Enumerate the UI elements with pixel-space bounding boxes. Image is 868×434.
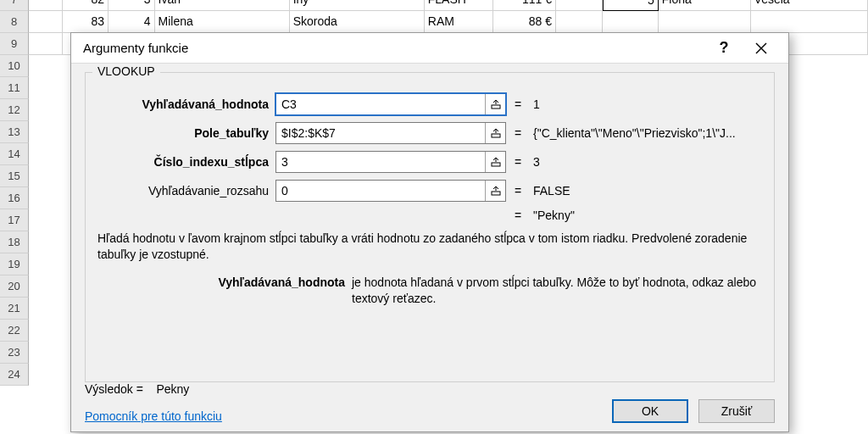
cell[interactable]: [751, 11, 868, 33]
cell[interactable]: Vesela: [751, 0, 868, 11]
function-description: Hľadá hodnotu v ľavom krajnom stĺpci tab…: [97, 231, 762, 263]
cell[interactable]: 82: [63, 0, 108, 11]
equals-sign: =: [506, 209, 530, 222]
row-header[interactable]: 8: [0, 11, 29, 33]
range-select-button[interactable]: [485, 152, 505, 172]
arg-input-wrap: [275, 180, 506, 202]
dialog-buttons: OK Zrušiť: [612, 399, 775, 423]
range-select-icon: [491, 157, 501, 167]
row-header[interactable]: 14: [0, 143, 29, 165]
group-title: VLOOKUP: [92, 64, 160, 78]
lookup-value-input[interactable]: [276, 94, 485, 114]
svg-rect-3: [492, 134, 500, 137]
arg-row-col-index: Číslo_indexu_stĺpca = 3: [97, 151, 762, 173]
row-header[interactable]: 13: [0, 121, 29, 143]
cell[interactable]: [29, 33, 63, 55]
range-select-button[interactable]: [485, 181, 505, 201]
row-headers: 7 8 9 10 11 12 13 14 15 16 17 18 19 20 2…: [0, 0, 29, 386]
arg-result: 1: [530, 97, 762, 111]
cell[interactable]: [659, 11, 751, 33]
help-button[interactable]: ?: [705, 35, 743, 62]
help-link[interactable]: Pomocník pre túto funkciu: [85, 409, 222, 423]
cell[interactable]: 111 €: [493, 0, 556, 11]
svg-rect-4: [492, 163, 500, 166]
param-help-text: je hodnota hľadaná v prvom stĺpci tabuľk…: [352, 275, 762, 307]
cell[interactable]: Milena: [155, 11, 290, 33]
close-button[interactable]: [743, 35, 780, 62]
dialog-title: Argumenty funkcie: [83, 41, 705, 55]
range-lookup-input[interactable]: [276, 181, 485, 201]
arg-result: 3: [530, 155, 762, 169]
arg-row-lookup-value: Vyhľadávaná_hodnota = 1: [97, 93, 762, 115]
cell[interactable]: Fiona: [659, 0, 751, 11]
function-arguments-dialog: Argumenty funkcie ? VLOOKUP Vyhľadávaná_…: [70, 32, 789, 432]
final-result: "Pekny": [530, 209, 762, 222]
arg-result: {"C_klienta"\"Meno"\"Priezvisko";1\"J...: [530, 126, 762, 140]
cell[interactable]: FLASH: [425, 0, 493, 11]
svg-rect-5: [492, 192, 500, 195]
row-header[interactable]: 24: [0, 364, 29, 386]
arg-input-wrap: [275, 93, 506, 115]
help-icon: ?: [720, 39, 729, 57]
row-header[interactable]: 19: [0, 253, 29, 275]
range-select-icon: [491, 128, 501, 138]
equals-sign: =: [506, 126, 530, 140]
row-header[interactable]: 22: [0, 320, 29, 342]
arg-label: Pole_tabuľky: [97, 126, 275, 140]
formula-result: Výsledok = Pekny: [85, 382, 189, 396]
parameter-help: Vyhľadávaná_hodnota je hodnota hľadaná v…: [97, 275, 762, 307]
table-array-input[interactable]: [276, 123, 485, 143]
cancel-button[interactable]: Zrušiť: [698, 399, 775, 423]
cell[interactable]: 83: [63, 11, 108, 33]
titlebar[interactable]: Argumenty funkcie ?: [71, 33, 788, 64]
row-header[interactable]: 15: [0, 165, 29, 187]
svg-rect-2: [492, 105, 500, 108]
ok-button[interactable]: OK: [612, 399, 688, 423]
range-select-button[interactable]: [485, 94, 505, 114]
param-help-label: Vyhľadávaná_hodnota: [97, 275, 352, 307]
row-header[interactable]: 20: [0, 275, 29, 298]
arg-input-wrap: [275, 151, 506, 173]
row-header[interactable]: 10: [0, 55, 29, 77]
row-header[interactable]: 23: [0, 342, 29, 364]
cell[interactable]: Iny: [290, 0, 425, 11]
dialog-body: VLOOKUP Vyhľadávaná_hodnota = 1 Pole_tab…: [71, 64, 788, 431]
close-icon: [755, 42, 767, 54]
row-header[interactable]: 11: [0, 77, 29, 99]
cell[interactable]: [29, 0, 63, 11]
row-header[interactable]: 16: [0, 187, 29, 209]
row-header[interactable]: 12: [0, 99, 29, 121]
formula-result-label: Výsledok =: [85, 382, 143, 396]
cell[interactable]: RAM: [425, 11, 493, 33]
cell[interactable]: [556, 0, 602, 11]
cell[interactable]: 5: [603, 0, 659, 11]
cell[interactable]: Skoroda: [290, 11, 425, 33]
row-header[interactable]: 18: [0, 231, 29, 253]
arg-label: Vyhľadávanie_rozsahu: [97, 184, 275, 198]
row-header[interactable]: 9: [0, 33, 29, 55]
arg-row-range-lookup: Vyhľadávanie_rozsahu = FALSE: [97, 180, 762, 202]
cell[interactable]: 88 €: [493, 11, 556, 33]
cell[interactable]: Ivan: [155, 0, 290, 11]
row-header[interactable]: 17: [0, 209, 29, 231]
row-header[interactable]: 21: [0, 298, 29, 320]
cell[interactable]: 3: [108, 0, 154, 11]
arg-result: FALSE: [530, 184, 762, 198]
cell[interactable]: 4: [108, 11, 154, 33]
arg-label: Číslo_indexu_stĺpca: [97, 155, 275, 169]
row-header[interactable]: 7: [0, 0, 29, 11]
range-select-icon: [491, 186, 501, 196]
arg-input-wrap: [275, 122, 506, 144]
arg-row-table-array: Pole_tabuľky = {"C_klienta"\"Meno"\"Prie…: [97, 122, 762, 144]
equals-sign: =: [506, 155, 530, 169]
final-result-row: = "Pekny": [97, 209, 762, 222]
equals-sign: =: [506, 184, 530, 198]
formula-result-value: Pekny: [156, 382, 189, 396]
range-select-button[interactable]: [485, 123, 505, 143]
range-select-icon: [491, 99, 501, 109]
col-index-input[interactable]: [276, 152, 485, 172]
cell[interactable]: [556, 11, 602, 33]
cell[interactable]: [603, 11, 659, 33]
equals-sign: =: [506, 97, 530, 111]
cell[interactable]: [29, 11, 63, 33]
